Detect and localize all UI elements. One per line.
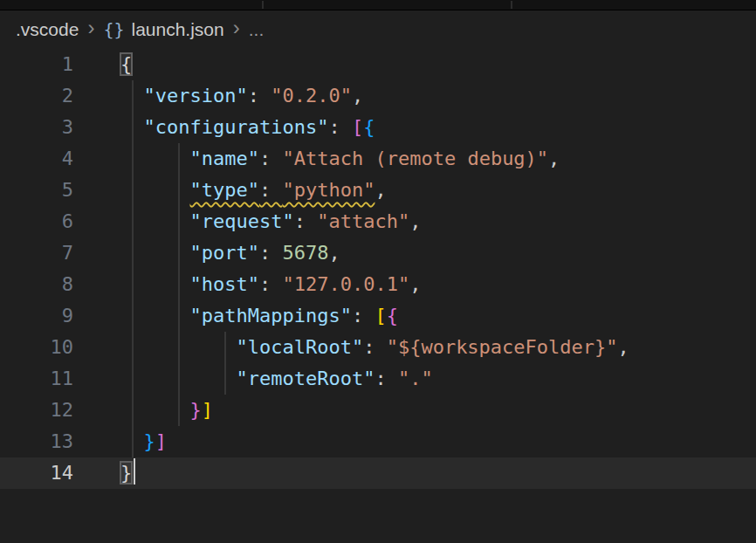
code-token: ] <box>202 399 213 421</box>
chevron-right-icon: › <box>231 17 242 38</box>
code-line[interactable]: "port": 5678, <box>120 237 756 269</box>
line-number[interactable]: 1 <box>0 49 96 80</box>
code-token: "0.2.0" <box>271 85 352 107</box>
code-token: "port" <box>189 242 258 264</box>
code-token: : <box>352 305 375 326</box>
code-token: : <box>375 368 398 389</box>
line-number[interactable]: 5 <box>0 175 96 206</box>
code-token: , <box>409 273 421 295</box>
code-token: } <box>120 462 132 484</box>
warning-squiggle: "type": "python" <box>189 179 375 201</box>
code-token: : <box>259 242 283 264</box>
line-number[interactable]: 6 <box>0 206 96 237</box>
code-token: { <box>387 305 398 326</box>
code-token: { <box>120 53 132 75</box>
code-token: "Attach (remote debug)" <box>282 148 548 169</box>
code-token: : <box>294 210 318 232</box>
line-number[interactable]: 11 <box>0 363 96 395</box>
code-token: "type" <box>189 179 258 201</box>
code-token: "localRoot" <box>236 336 363 358</box>
code-line[interactable]: "configurations": [{ <box>120 112 756 143</box>
breadcrumb-folder[interactable]: .vscode <box>16 19 79 40</box>
code-token: "127.0.0.1" <box>282 273 409 295</box>
code-token: } <box>189 399 201 421</box>
breadcrumb-file[interactable]: launch.json <box>131 19 223 40</box>
code-token: [ <box>352 116 363 138</box>
code-token: { <box>363 116 375 138</box>
code-token: 5678 <box>282 242 328 264</box>
code-token: "remoteRoot" <box>236 368 375 389</box>
code-line[interactable]: } <box>120 457 756 489</box>
line-number[interactable]: 13 <box>0 426 96 457</box>
gutter[interactable]: 1234567891011121314 <box>0 49 96 489</box>
code-token: "python" <box>282 179 375 201</box>
editor[interactable]: 1234567891011121314 { "version": "0.2.0"… <box>0 49 756 543</box>
text-cursor <box>134 458 135 485</box>
code-line[interactable]: "host": "127.0.0.1", <box>120 269 756 300</box>
line-number[interactable]: 8 <box>0 269 96 300</box>
code-token: : <box>259 148 283 169</box>
code-token: } <box>144 430 155 452</box>
tab-separator <box>511 1 512 9</box>
line-number[interactable]: 4 <box>0 143 96 175</box>
line-number[interactable]: 10 <box>0 332 96 363</box>
code-token: , <box>352 85 363 107</box>
line-number[interactable]: 14 <box>0 457 96 489</box>
code-token: : <box>259 179 283 201</box>
breadcrumb: .vscode › {} launch.json › ... <box>0 10 756 49</box>
code-column[interactable]: { "version": "0.2.0", "configurations": … <box>120 49 756 489</box>
line-number[interactable]: 2 <box>0 80 96 112</box>
code-token: "." <box>398 368 433 389</box>
code-token: "host" <box>189 273 258 295</box>
code-token: "name" <box>189 148 258 169</box>
code-line[interactable]: }] <box>120 426 756 457</box>
code-token: : <box>363 336 387 358</box>
json-braces-icon: {} <box>103 19 124 40</box>
breadcrumb-symbol-ellipsis[interactable]: ... <box>249 19 265 40</box>
code-line[interactable]: "name": "Attach (remote debug)", <box>120 143 756 175</box>
line-number[interactable]: 7 <box>0 237 96 269</box>
code-token: : <box>259 273 283 295</box>
code-line[interactable]: "type": "python", <box>120 175 756 206</box>
code-token: "attach" <box>317 210 409 232</box>
code-token: , <box>328 242 340 264</box>
code-token: , <box>618 336 629 358</box>
code-token: "pathMappings" <box>189 305 351 326</box>
code-line[interactable]: "localRoot": "${workspaceFolder}", <box>120 332 756 363</box>
code-token: : <box>248 85 271 107</box>
line-number[interactable]: 12 <box>0 395 96 426</box>
code-token: "request" <box>189 210 293 232</box>
code-token: [ <box>375 305 386 326</box>
code-line[interactable]: }] <box>120 395 756 426</box>
code-line[interactable]: "request": "attach", <box>120 206 756 237</box>
line-number[interactable]: 3 <box>0 112 96 143</box>
code-token: , <box>375 179 386 201</box>
code-token: , <box>409 210 421 232</box>
line-number[interactable]: 9 <box>0 300 96 332</box>
code-token: , <box>548 148 560 169</box>
code-line[interactable]: "pathMappings": [{ <box>120 300 756 332</box>
code-token: "${workspaceFolder}" <box>387 336 618 358</box>
chevron-right-icon: › <box>86 17 96 38</box>
code-line[interactable]: { <box>120 49 756 80</box>
code-line[interactable]: "remoteRoot": "." <box>120 363 756 395</box>
code-token: "version" <box>144 85 248 107</box>
code-token: ] <box>155 430 167 452</box>
tab-bar-strip <box>0 0 756 10</box>
code-line[interactable]: "version": "0.2.0", <box>120 80 756 112</box>
code-token: : <box>328 116 352 138</box>
code-token: "configurations" <box>144 116 329 138</box>
tab-separator <box>262 1 264 9</box>
